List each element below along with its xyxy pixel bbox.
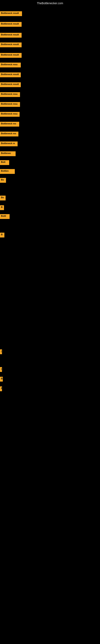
bottleneck-badge-5: Bottleneck result: [0, 53, 22, 58]
bottleneck-badge-7: Bottleneck result: [0, 72, 21, 77]
bottleneck-badge-25: B: [0, 377, 3, 382]
bottleneck-badge-24: |: [0, 367, 2, 372]
bottleneck-badge-19: Bo: [0, 196, 6, 200]
bottleneck-badge-16: Bott: [0, 160, 9, 165]
bottleneck-badge-12: Bottleneck res: [0, 122, 19, 126]
bottleneck-badge-4: Bottleneck result: [0, 42, 22, 47]
bottleneck-badge-26: B: [0, 386, 2, 391]
bottleneck-badge-14: Bottleneck re: [0, 142, 18, 146]
bottleneck-badge-21: Bottl: [0, 214, 10, 219]
bottleneck-badge-22: B: [0, 233, 4, 238]
bottleneck-badge-18: Bo: [0, 178, 6, 183]
bottleneck-badge-23: |: [0, 349, 2, 354]
bottleneck-badge-20: B: [0, 205, 4, 210]
bottleneck-badge-9: Bottleneck resu: [0, 92, 20, 97]
bottleneck-badge-15: Bottlenec: [0, 151, 16, 156]
bottleneck-badge-10: Bottleneck resu: [0, 102, 20, 107]
bottleneck-badge-3: Bottleneck result: [0, 33, 22, 38]
bottleneck-badge-2: Bottleneck result: [0, 22, 22, 27]
site-title: TheBottlenecker.com: [0, 2, 100, 5]
bottleneck-badge-8: Bottleneck result: [0, 82, 21, 87]
bottleneck-badge-6: Bottleneck resu: [0, 62, 21, 68]
bottleneck-badge-1: Bottleneck result: [0, 11, 22, 16]
bottleneck-badge-13: Bottleneck res: [0, 132, 18, 136]
bottleneck-badge-17: Bottlen: [0, 169, 15, 174]
bottleneck-badge-11: Bottleneck resu: [0, 112, 20, 117]
